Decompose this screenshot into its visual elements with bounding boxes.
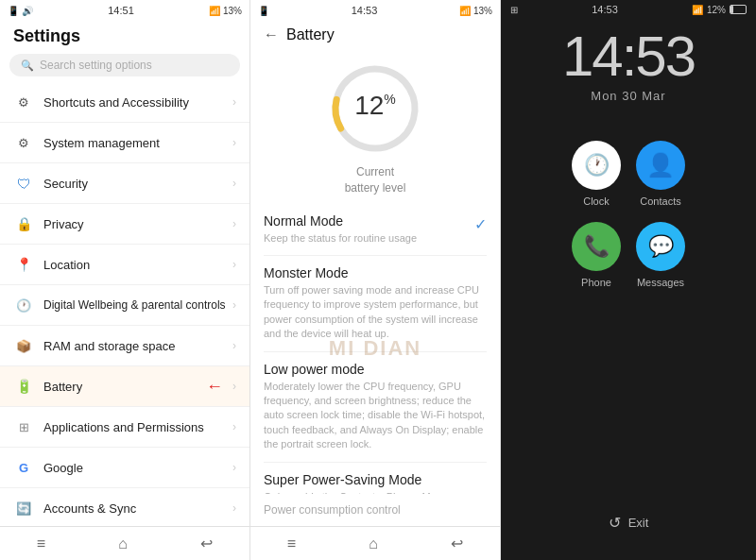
battery-mode-super[interactable]: Super Power-Saving Mode Only enable the … [264,463,487,495]
home-icon-2[interactable]: ⌂ [369,535,378,552]
clock-app-label: Clock [583,195,610,207]
monster-mode-title: Monster Mode [264,265,487,280]
phone-app-label: Phone [581,277,611,288]
arrow-icon: › [232,420,236,433]
ls-app-phone[interactable]: 📞 Phone [572,222,621,288]
status-bar-right-1: 📶 13% [209,6,242,16]
battery-power-control: Power consumption control [250,494,500,526]
ls-sim-icon: ⊞ [510,5,518,15]
status-bar-right-2: 📶 13% [459,6,492,16]
google-icon: G [13,457,34,478]
ls-exit-button[interactable]: ↺ Exit [609,514,649,532]
wellbeing-icon: 🕐 [13,295,34,315]
battery-label: Battery [43,380,232,394]
arrow-icon: › [232,136,236,149]
sidebar-item-privacy[interactable]: 🔒 Privacy › [0,204,249,245]
time-2: 14:53 [352,5,378,16]
sidebar-item-security[interactable]: 🛡 Security › [0,163,249,204]
lock-screen-time: 14:53 [562,28,695,85]
arrow-icon: › [232,501,236,515]
ls-battery-text: 12% [707,5,726,15]
apps-icon: ⊞ [13,416,34,437]
exit-icon: ↺ [609,514,621,532]
arrow-icon: › [232,258,236,271]
back-icon-2[interactable]: ↩ [451,535,463,552]
battery-page-title: Battery [286,26,335,43]
arrow-icon: › [232,461,236,474]
sidebar-item-location[interactable]: 📍 Location › [0,245,249,285]
settings-list: ⚙ Shortcuts and Accessibility › ⚙ System… [0,82,249,526]
sidebar-item-accounts[interactable]: 🔄 Accounts & Sync › [0,488,249,526]
battery-mode-monster[interactable]: Monster Mode Turn off power saving mode … [264,256,487,352]
settings-panel: 📱 🔊 14:51 📶 13% Settings 🔍 Search settin… [0,0,250,560]
battery-percent-2: 13% [473,6,492,16]
system-label: System management [43,136,232,150]
menu-icon[interactable]: ≡ [37,535,45,552]
back-icon[interactable]: ↩ [200,535,213,552]
sidebar-item-system[interactable]: ⚙ System management › [0,123,249,163]
phone-app-icon: 📞 [572,222,621,271]
battery-panel: 📱 14:53 📶 13% ← Battery 12% Currentbatte… [250,0,501,560]
arrow-icon: › [232,95,236,109]
status-bar-left-1: 📱 🔊 [8,6,33,16]
sidebar-item-battery[interactable]: 🔋 Battery ← › [0,366,249,407]
messages-app-icon: 💬 [636,222,685,271]
sidebar-item-wellbeing[interactable]: 🕐 Digital Wellbeing & parental controls … [0,285,249,326]
battery-icon: 🔋 [13,376,34,397]
battery-mode-normal[interactable]: Normal Mode Keep the status for routine … [264,204,487,256]
google-label: Google [43,461,232,475]
low-mode-desc: Moderately lower the CPU frequency, GPU … [264,380,487,452]
battery-back-button[interactable]: ← [264,26,279,43]
ram-label: RAM and storage space [43,339,232,353]
arrow-icon: › [232,339,236,352]
ls-app-messages[interactable]: 💬 Messages [636,222,685,288]
settings-title: Settings [0,21,249,50]
sidebar-item-google[interactable]: G Google › [0,448,249,488]
percent-sign: % [384,92,395,107]
ls-app-contacts[interactable]: 👤 Contacts [636,141,685,207]
ls-app-clock[interactable]: 🕐 Clock [572,141,621,207]
ls-status-right: 📶 12% [692,5,747,15]
ls-time-status: 14:53 [592,4,618,15]
lock-screen-date: Mon 30 Mar [591,89,665,103]
apps-label: Applications and Permissions [43,420,232,434]
sidebar-item-shortcuts[interactable]: ⚙ Shortcuts and Accessibility › [0,82,249,123]
audio-icon-1: 🔊 [22,6,33,16]
security-label: Security [43,177,232,191]
accounts-icon: 🔄 [13,498,34,518]
contacts-app-icon: 👤 [636,141,685,190]
shortcuts-icon: ⚙ [13,92,34,112]
security-icon: 🛡 [13,173,34,194]
system-icon: ⚙ [13,132,34,153]
home-icon[interactable]: ⌂ [118,535,128,552]
battery-header: ← Battery [250,21,500,47]
battery-icon-1: 13% [223,6,242,16]
sidebar-item-ram[interactable]: 📦 RAM and storage space › [0,326,249,366]
signal-icon-2: 📱 [258,6,269,16]
wifi-icon-1: 📶 [209,6,220,16]
wifi-icon-2: 📶 [459,6,471,16]
check-icon: ✓ [474,215,487,233]
arrow-icon: › [232,380,236,393]
search-bar[interactable]: 🔍 Search setting options [9,54,240,76]
search-placeholder: Search setting options [40,59,152,72]
menu-icon-2[interactable]: ≡ [287,535,296,552]
wellbeing-label: Digital Wellbeing & parental controls [43,298,232,312]
bottom-nav-1: ≡ ⌂ ↩ [0,526,249,560]
clock-app-icon: 🕐 [572,141,621,190]
privacy-label: Privacy [43,217,232,231]
search-icon: 🔍 [21,59,34,72]
ls-wifi-icon: 📶 [692,5,703,15]
signal-icon-1: 📱 [8,6,19,16]
sidebar-item-apps[interactable]: ⊞ Applications and Permissions › [0,407,249,448]
arrow-icon: › [232,177,236,190]
battery-percent-value: 12% [354,91,396,121]
ls-status-bar: ⊞ 14:53 📶 12% [501,0,756,19]
status-bar-2: 📱 14:53 📶 13% [250,0,500,21]
battery-mode-low[interactable]: Low power mode Moderately lower the CPU … [264,352,487,463]
super-mode-desc: Only enable the Contacts, Phone, Message… [264,490,487,495]
ram-icon: 📦 [13,335,34,356]
arrow-icon: › [232,217,236,230]
contacts-app-label: Contacts [640,195,680,207]
privacy-icon: 🔒 [13,213,34,234]
